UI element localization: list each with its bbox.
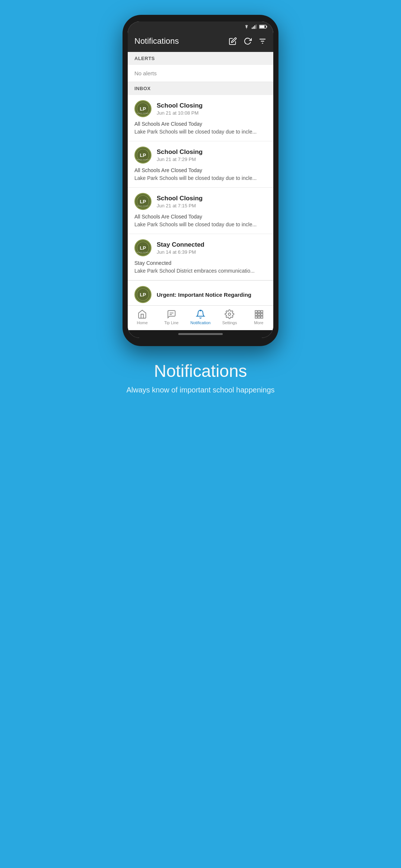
settings-icon [225, 309, 234, 319]
nav-more-label: More [254, 320, 263, 325]
school-logo-partial: LP [134, 286, 151, 303]
notif-date-1: Jun 21 at 10:08 PM [157, 110, 203, 116]
svg-text:LP: LP [140, 245, 146, 251]
notif-preview-text-3: Lake Park Schools will be closed today d… [134, 221, 257, 227]
svg-rect-33 [255, 310, 257, 312]
wifi-icon [244, 24, 250, 29]
inbox-section-header: INBOX [128, 82, 273, 95]
phone-device: Notifications [123, 15, 278, 346]
battery-icon [259, 24, 267, 29]
school-logo-1: LP SCHOOL DISTRICT [134, 100, 151, 117]
nav-more[interactable]: More [248, 309, 270, 325]
svg-rect-38 [261, 313, 263, 315]
nav-tipline[interactable]: Tip Line [160, 309, 183, 325]
notification-list: LP SCHOOL DISTRICT School Closing Jun 21… [128, 95, 273, 305]
svg-rect-5 [266, 26, 267, 27]
notif-preview-text-4: Lake Park School District embraces commu… [134, 268, 255, 274]
svg-rect-35 [261, 310, 263, 312]
grid-icon [254, 309, 264, 319]
svg-rect-1 [253, 26, 254, 29]
notification-item-3[interactable]: LP SCHOOL DISTRICT School Closing Jun 21… [128, 188, 273, 234]
notif-date-4: Jun 14 at 6:39 PM [157, 249, 204, 255]
filter-icon[interactable] [258, 37, 267, 45]
svg-text:LP: LP [140, 199, 146, 204]
phone-screen: Notifications [128, 22, 273, 338]
no-alerts-text: No alerts [128, 65, 273, 82]
notif-title-area-1: School Closing Jun 21 at 10:08 PM [157, 102, 203, 116]
home-indicator [128, 330, 273, 338]
notif-preview-3: All Schools Are Closed Today Lake Park S… [134, 213, 267, 228]
app-header: Notifications [128, 32, 273, 52]
notif-preview-1: All Schools Are Closed Today Lake Park S… [134, 120, 267, 136]
notif-preview-text-1: Lake Park Schools will be closed today d… [134, 129, 257, 135]
nav-home[interactable]: Home [131, 309, 153, 325]
bell-icon [196, 309, 205, 319]
notif-title-1: School Closing [157, 102, 203, 109]
alerts-section-header: ALERTS [128, 52, 273, 65]
svg-rect-39 [255, 316, 257, 318]
app-title: Notifications [134, 36, 179, 46]
nav-notification-label: Notification [190, 320, 211, 325]
notif-title-area-4: Stay Connected Jun 14 at 6:39 PM [157, 241, 204, 255]
svg-text:LP: LP [140, 106, 146, 112]
notif-title-area-2: School Closing Jun 21 at 7:29 PM [157, 148, 203, 162]
refresh-icon[interactable] [244, 37, 252, 45]
header-icons [229, 37, 267, 45]
school-logo-2: LP SCHOOL DISTRICT [134, 147, 151, 164]
nav-tipline-label: Tip Line [164, 320, 179, 325]
home-indicator-bar [178, 333, 223, 335]
signal-icon [252, 24, 257, 29]
notif-preview-bold-1: All Schools Are Closed Today [134, 121, 202, 127]
notif-preview-text-2: Lake Park Schools will be closed today d… [134, 175, 257, 181]
notification-item-partial[interactable]: LP Urgent: Important Notice Regarding [128, 280, 273, 305]
svg-text:LP: LP [140, 292, 146, 297]
bottom-title: Notifications [126, 361, 274, 381]
svg-text:SCHOOL DISTRICT: SCHOOL DISTRICT [137, 113, 150, 114]
svg-point-32 [228, 313, 231, 316]
svg-text:SCHOOL DISTRICT: SCHOOL DISTRICT [137, 252, 150, 253]
notif-preview-bold-4: Stay Connected [134, 260, 172, 266]
school-logo-3: LP SCHOOL DISTRICT [134, 193, 151, 210]
svg-rect-0 [252, 27, 252, 29]
status-bar [128, 22, 273, 32]
svg-text:SCHOOL DISTRICT: SCHOOL DISTRICT [137, 206, 150, 207]
notif-date-3: Jun 21 at 7:15 PM [157, 203, 203, 208]
notif-title-2: School Closing [157, 148, 203, 156]
nav-settings-label: Settings [222, 320, 237, 325]
status-icons [244, 24, 267, 29]
chat-icon [167, 309, 176, 319]
svg-rect-6 [260, 26, 264, 28]
svg-rect-37 [258, 313, 260, 315]
svg-rect-34 [258, 310, 260, 312]
svg-text:LP: LP [140, 152, 146, 158]
notif-title-4: Stay Connected [157, 241, 204, 249]
notification-item-4[interactable]: LP SCHOOL DISTRICT Stay Connected Jun 14… [128, 234, 273, 280]
edit-icon[interactable] [229, 37, 237, 45]
school-logo-4: LP SCHOOL DISTRICT [134, 239, 151, 256]
notif-preview-bold-3: All Schools Are Closed Today [134, 214, 202, 220]
home-icon [137, 309, 147, 319]
svg-text:SCHOOL DISTRICT: SCHOOL DISTRICT [137, 159, 150, 161]
notif-date-2: Jun 21 at 7:29 PM [157, 157, 203, 162]
notif-preview-4: Stay Connected Lake Park School District… [134, 259, 267, 275]
notification-item-2[interactable]: LP SCHOOL DISTRICT School Closing Jun 21… [128, 141, 273, 188]
svg-rect-2 [254, 26, 255, 29]
svg-rect-36 [255, 313, 257, 315]
bottom-subtitle: Always know of important school happenin… [126, 385, 274, 395]
svg-rect-40 [258, 316, 260, 318]
nav-home-label: Home [137, 320, 148, 325]
notif-preview-2: All Schools Are Closed Today Lake Park S… [134, 167, 267, 182]
nav-settings[interactable]: Settings [218, 309, 241, 325]
notif-title-partial: Urgent: Important Notice Regarding [157, 292, 251, 298]
bottom-nav: Home Tip Line Notification [128, 305, 273, 330]
svg-rect-3 [256, 24, 257, 29]
bottom-section: Notifications Always know of important s… [111, 361, 289, 395]
notif-title-3: School Closing [157, 195, 203, 202]
svg-point-31 [200, 310, 201, 311]
svg-rect-41 [261, 316, 263, 318]
notif-title-area-3: School Closing Jun 21 at 7:15 PM [157, 195, 203, 208]
notification-item-1[interactable]: LP SCHOOL DISTRICT School Closing Jun 21… [128, 95, 273, 141]
notif-preview-bold-2: All Schools Are Closed Today [134, 167, 202, 173]
nav-notification[interactable]: Notification [189, 309, 212, 325]
